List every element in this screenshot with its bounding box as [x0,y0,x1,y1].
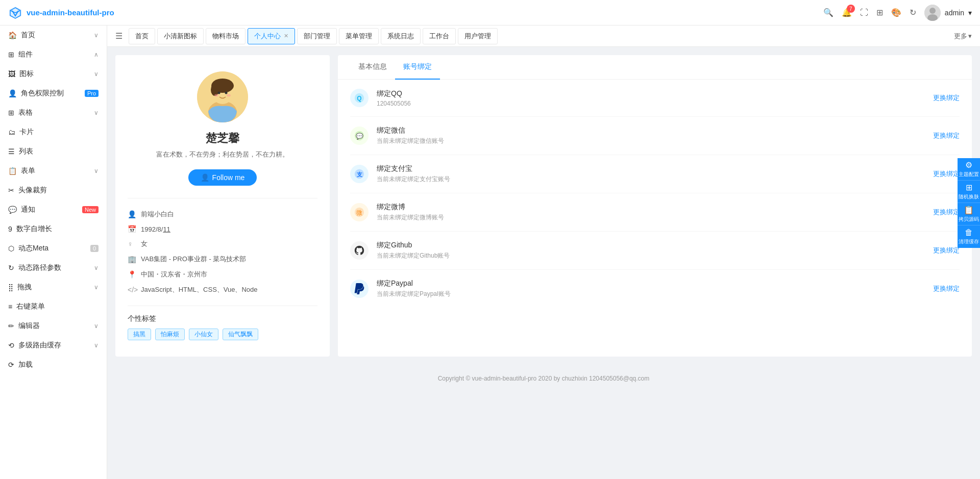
sidebar-item-loading[interactable]: ⟳ 加载 [0,355,107,374]
sidebar-item-context-menu[interactable]: ≡ 右键菜单 [0,297,107,316]
sidebar-form-label: 表单 [21,166,35,175]
footer-text: Copyright © vue-admin-beautiful-pro 2020… [438,375,650,382]
tab-account-binding[interactable]: 账号绑定 [395,55,440,80]
float-copy-source[interactable]: 📋 拷贝源码 [958,203,980,225]
user-info[interactable]: admin ▾ [924,5,972,21]
qq-icon: Q [350,89,369,107]
profile-location: 中国・汉东省・京州市 [141,270,207,279]
refresh-icon[interactable]: ↻ [910,8,916,17]
sidebar-item-avatar-crop[interactable]: ✂ 头像裁剪 [0,181,107,200]
sidebar: 🏠 首页 ∨ ⊞ 组件 ∧ 🖼 图标 ∨ 👤 角色权限控制 Pro ⊞ 表格 ∨ [0,26,107,479]
alipay-action[interactable]: 更换绑定 [933,169,960,179]
table-chevron: ∨ [94,109,99,116]
theme-config-icon: ⚙ [965,160,972,170]
svg-point-10 [218,92,220,94]
code-icon: </> [128,286,137,294]
route-cache-chevron: ∨ [94,342,99,349]
tag-2: 怕麻烦 [155,329,185,340]
sidebar-item-drag[interactable]: ⣿ 拖拽 ∨ [0,278,107,297]
weibo-icon: 微 [350,203,369,221]
sidebar-item-list[interactable]: ☰ 列表 [0,142,107,161]
dynamic-meta-badge: 0 [90,245,99,252]
tab-workbench[interactable]: 工作台 [423,28,456,44]
tab-dept[interactable]: 部门管理 [297,28,337,44]
svg-point-13 [227,94,231,97]
svg-point-3 [929,8,936,14]
random-skin-label: 随机换肤 [959,193,979,200]
sidebar-item-counter[interactable]: 9 数字自增长 [0,219,107,239]
sidebar-item-components[interactable]: ⊞ 组件 ∧ [0,45,107,64]
tab-more-label: 更多 [954,32,967,41]
card-icon: 🗂 [8,128,15,136]
logo-icon [8,6,22,20]
tab-profile[interactable]: 个人中心 ✕ [248,28,295,44]
sidebar-item-role[interactable]: 👤 角色权限控制 Pro [0,84,107,103]
components-icon: ⊞ [8,51,14,59]
navbar-left: vue-admin-beautiful-pro [8,6,114,20]
sidebar-item-notify[interactable]: 💬 通知 New [0,200,107,219]
svg-point-11 [225,92,228,94]
profile-info-skills: </> JavaScript、HTML、CSS、Vue、Node [128,282,317,297]
drag-chevron: ∨ [94,284,99,291]
calendar-icon: 📅 [128,225,137,233]
float-theme-config[interactable]: ⚙ 主题配置 [958,158,980,181]
float-random-skin[interactable]: ⊞ 随机换肤 [958,181,980,203]
paypal-action[interactable]: 更换绑定 [933,284,960,293]
tab-bar-toggle[interactable]: ☰ [111,29,127,43]
tab-menu[interactable]: 菜单管理 [339,28,379,44]
follow-button[interactable]: 👤 Follow me [188,169,257,186]
tab-basic-info-label: 基本信息 [358,62,387,70]
profile-container: 楚芝馨 富在术数，不在劳身；利在势居，不在力耕。 👤 Follow me 👤 前… [115,55,972,357]
profile-name: 楚芝馨 [206,131,239,146]
tab-home[interactable]: 首页 [129,28,155,44]
github-action[interactable]: 更换绑定 [933,246,960,255]
sidebar-item-table[interactable]: ⊞ 表格 ∨ [0,103,107,122]
tab-bar: ☰ 首页 小清新图标 物料市场 个人中心 ✕ 部门管理 菜单管理 系统日志 工作… [107,26,980,47]
layout-icon[interactable]: ⊞ [876,8,883,17]
profile-info-company: 🏢 VAB集团 - PRO事业群 - 菜鸟技术部 [128,251,317,267]
sidebar-notify-label: 通知 [21,205,35,214]
sidebar-item-home[interactable]: 🏠 首页 ∨ [0,26,107,45]
tab-syslog[interactable]: 系统日志 [381,28,421,44]
dynamic-route-icon: ↻ [8,264,14,272]
sidebar-item-editor[interactable]: ✏ 编辑器 ∨ [0,316,107,336]
counter-icon: 9 [8,225,12,233]
sidebar-item-form[interactable]: 📋 表单 ∨ [0,161,107,181]
sidebar-item-card[interactable]: 🗂 卡片 [0,122,107,142]
tab-basic-info[interactable]: 基本信息 [350,55,395,80]
search-icon[interactable]: 🔍 [823,8,834,17]
float-clear-cache[interactable]: 🗑 清理缓存 [958,225,980,248]
weibo-action[interactable]: 更换绑定 [933,208,960,217]
tab-workbench-label: 工作台 [429,32,449,41]
top-navbar: vue-admin-beautiful-pro 🔍 🔔 7 ⛶ ⊞ 🎨 ↻ ad… [0,0,980,26]
wechat-action[interactable]: 更换绑定 [933,131,960,140]
sidebar-item-dynamic-route[interactable]: ↻ 动态路径参数 ∨ [0,258,107,278]
theme-icon[interactable]: 🎨 [891,8,901,17]
icons-chevron: ∨ [94,70,99,78]
tab-users[interactable]: 用户管理 [458,28,498,44]
sidebar-item-route-cache[interactable]: ⟲ 多级路由缓存 ∨ [0,336,107,355]
sidebar-card-label: 卡片 [19,128,34,137]
theme-config-label: 主题配置 [959,171,979,178]
sidebar-role-label: 角色权限控制 [21,89,64,98]
svg-text:💬: 💬 [356,132,363,140]
tab-more[interactable]: 更多 ▾ [950,30,976,43]
profile-skills: JavaScript、HTML、CSS、Vue、Node [141,285,258,294]
drag-icon: ⣿ [8,283,13,291]
dynamic-meta-icon: ⬡ [8,244,14,253]
avatar [924,5,941,21]
fullscreen-icon[interactable]: ⛶ [860,8,868,17]
qq-action[interactable]: 更换绑定 [933,93,960,103]
tags-title: 个性标签 [128,314,317,323]
profile-username: 前端小白白 [141,210,174,219]
tab-icons[interactable]: 小清新图标 [157,28,204,44]
tag-3: 小仙女 [189,329,218,340]
tab-profile-close[interactable]: ✕ [284,33,288,39]
sidebar-item-dynamic-meta[interactable]: ⬡ 动态Meta 0 [0,239,107,258]
sidebar-item-icons[interactable]: 🖼 图标 ∨ [0,64,107,84]
bell-icon[interactable]: 🔔 7 [842,8,852,17]
tab-material[interactable]: 物料市场 [206,28,246,44]
sidebar-counter-label: 数字自增长 [16,224,52,234]
weibo-sub: 当前未绑定绑定微博账号 [377,213,933,222]
tab-users-label: 用户管理 [464,32,491,41]
